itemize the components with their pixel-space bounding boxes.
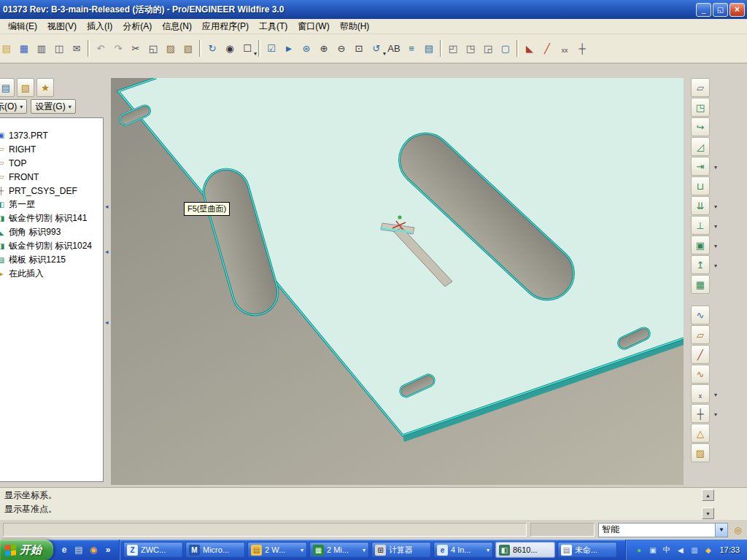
zoom-out-icon[interactable]: ⊖: [333, 40, 350, 58]
datum-curve-tool-icon[interactable]: ∿: [691, 306, 710, 324]
datum-axes-toggle-icon[interactable]: ╱: [538, 40, 556, 58]
die-tool-icon[interactable]: ▦: [691, 275, 710, 294]
tray-messenger-icon[interactable]: ●: [633, 545, 644, 556]
extend-wall-tool-icon[interactable]: ⇥: [691, 157, 710, 176]
datum-csys-toggle-icon[interactable]: ┼: [573, 40, 591, 58]
combobox-arrow-button[interactable]: ▼: [715, 524, 727, 537]
tree-item-template-1215[interactable]: ▨ 模板 标识1215: [0, 253, 103, 267]
tree-item-first-wall[interactable]: ◧ 第一壁: [0, 198, 103, 211]
tray-network-icon[interactable]: ▥: [689, 545, 700, 556]
refit-icon[interactable]: ⊡: [350, 40, 368, 58]
paste-special-icon[interactable]: ▧: [179, 40, 197, 58]
sash-collapse-arrow[interactable]: ◂: [105, 203, 109, 210]
tree-item-smt-cut-1024[interactable]: ◨ 钣金件切割 标识1024: [0, 239, 103, 253]
task-button-windows-group[interactable]: ▤ 2 W...: [247, 542, 307, 558]
print-icon[interactable]: ▥: [33, 40, 50, 58]
tree-item-right[interactable]: ▱ RIGHT: [0, 142, 103, 156]
print-preview-icon[interactable]: ◫: [50, 40, 68, 58]
punch-tool-icon[interactable]: ↥: [691, 255, 710, 274]
menu-view[interactable]: 视图(V): [42, 19, 82, 34]
zoom-in-icon[interactable]: ⊕: [315, 40, 333, 58]
saved-views-icon[interactable]: AB: [385, 40, 403, 58]
task-button-calculator[interactable]: ⊞ 计算器: [371, 542, 431, 558]
minimize-button[interactable]: _: [696, 3, 711, 17]
tree-item-part[interactable]: ▣ 1373.PRT: [0, 128, 103, 142]
menu-help[interactable]: 帮助(H): [335, 19, 375, 34]
restore-button[interactable]: ◱: [713, 3, 728, 17]
task-button-mi-group[interactable]: ▦ 2 Mi...: [309, 542, 369, 558]
media-player-icon[interactable]: ◉: [87, 542, 100, 557]
scroll-down-button[interactable]: ▼: [702, 508, 714, 519]
window-tile-icon[interactable]: ◳: [462, 40, 479, 58]
task-button-zwcad[interactable]: Z ZWC...: [123, 542, 183, 558]
model-tree-tab-icon[interactable]: ▤: [0, 78, 15, 97]
show-desktop-icon[interactable]: ▤: [72, 542, 85, 557]
tray-update-icon[interactable]: ◆: [703, 545, 713, 556]
regenerate-icon[interactable]: ↻: [204, 40, 221, 58]
paste-icon[interactable]: ▨: [162, 40, 179, 58]
bend-back-tool-icon[interactable]: ⊥: [691, 216, 710, 235]
scroll-up-button[interactable]: ▲: [702, 489, 714, 501]
tree-item-front[interactable]: ▱ FRONT: [0, 170, 103, 184]
task-button-untitled[interactable]: ▤ 未命...: [557, 542, 617, 558]
find-icon[interactable]: ◉: [221, 40, 239, 58]
merge-wall-tool-icon[interactable]: ⊔: [691, 176, 710, 195]
tree-item-chamfer-993[interactable]: ◣ 倒角 标识993: [0, 225, 103, 239]
ie-quick-launch-icon[interactable]: e: [58, 542, 71, 557]
tray-security-icon[interactable]: ▣: [647, 545, 658, 556]
folder-browser-tab-icon[interactable]: ▧: [17, 78, 34, 97]
menu-tools[interactable]: 工具(T): [254, 19, 293, 34]
analysis-tool-icon[interactable]: △: [691, 424, 710, 443]
tree-show-button[interactable]: 显示(O)▾: [0, 99, 27, 114]
twist-wall-tool-icon[interactable]: ◿: [691, 137, 710, 156]
task-button-microsoft[interactable]: M Micro...: [185, 542, 245, 558]
smart-filter-icon[interactable]: ◎: [732, 524, 744, 536]
3d-model-canvas[interactable]: [111, 78, 684, 485]
flat-wall-tool-icon[interactable]: ◳: [691, 98, 710, 117]
layers-icon[interactable]: ≡: [403, 40, 420, 58]
sketch-tool-icon[interactable]: ▱: [691, 78, 710, 97]
favorites-tab-icon[interactable]: ★: [36, 78, 54, 97]
tree-item-csys[interactable]: ┼ PRT_CSYS_DEF: [0, 184, 103, 198]
selection-filter-combobox[interactable]: 智能 ▼: [598, 523, 728, 537]
redo-icon[interactable]: ↷: [109, 40, 127, 58]
undo-icon[interactable]: ↶: [92, 40, 109, 58]
datum-csys-tool-icon[interactable]: ┼: [691, 404, 710, 423]
sash-collapse-arrow[interactable]: ◂: [105, 248, 109, 255]
datum-planes-toggle-icon[interactable]: ◣: [521, 40, 538, 58]
menu-applications[interactable]: 应用程序(P): [197, 19, 254, 34]
sketch-display-icon[interactable]: ▢: [497, 40, 514, 58]
tree-settings-button[interactable]: 设置(G)▾: [31, 99, 75, 114]
new-window-icon[interactable]: ◰: [444, 40, 462, 58]
task-button-proe-8610[interactable]: ◧ 8610...: [495, 542, 555, 558]
datum-point-tool-icon[interactable]: ₓ: [691, 384, 710, 403]
menu-insert[interactable]: 插入(I): [82, 19, 117, 34]
orient-icon[interactable]: ↺: [368, 40, 385, 58]
tray-language-icon[interactable]: 中: [661, 545, 672, 556]
cut-icon[interactable]: ✂: [127, 40, 144, 58]
select-special-icon[interactable]: ☐: [239, 40, 256, 58]
select-filter-icon[interactable]: ☑: [263, 40, 280, 58]
view-manager-icon[interactable]: ▤: [420, 40, 438, 58]
menu-window[interactable]: 窗口(W): [293, 19, 334, 34]
open-icon[interactable]: ▤: [0, 40, 15, 58]
window-cascade-icon[interactable]: ◲: [479, 40, 497, 58]
menu-analysis[interactable]: 分析(A): [117, 19, 157, 34]
tree-item-top[interactable]: ▱ TOP: [0, 156, 103, 170]
menu-info[interactable]: 信息(N): [157, 19, 197, 34]
tray-volume-icon[interactable]: ◀: [675, 545, 686, 556]
tree-item-insert-here[interactable]: ► 在此插入: [0, 267, 103, 281]
mail-icon[interactable]: ✉: [68, 40, 85, 58]
menu-edit[interactable]: 编辑(E): [3, 19, 42, 34]
quick-launch-overflow-chevron[interactable]: »: [101, 542, 115, 557]
close-button[interactable]: ×: [729, 3, 745, 17]
tree-item-smt-cut-141[interactable]: ◨ 钣金件切割 标识141: [0, 211, 103, 225]
start-button[interactable]: 开始: [0, 540, 53, 560]
save-icon[interactable]: ▦: [15, 40, 33, 58]
datum-points-toggle-icon[interactable]: ₓₓ: [556, 40, 573, 58]
flat-pattern-tool-icon[interactable]: ▨: [691, 443, 710, 462]
task-button-internet-group[interactable]: e 4 In...: [433, 542, 493, 558]
flange-wall-tool-icon[interactable]: ↪: [691, 117, 710, 136]
unbend-tool-icon[interactable]: ⇊: [691, 196, 710, 215]
sash-collapse-arrow[interactable]: ◂: [105, 319, 109, 326]
